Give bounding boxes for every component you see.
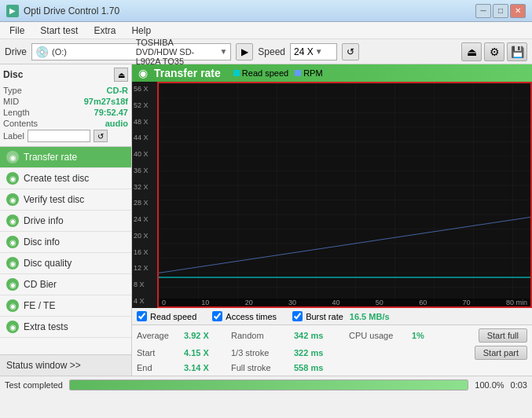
nav-item-disc-quality[interactable]: ◉ Disc quality xyxy=(0,253,131,274)
start-buttons: Start full xyxy=(479,328,527,343)
disc-label-label: Label xyxy=(3,131,24,141)
drive-select[interactable]: 💿 (O:) TOSHIBA DVD/HDW SD-L902A TO35 ▼ xyxy=(31,43,231,60)
y-label-48: 48 X xyxy=(134,118,156,126)
disc-eject-button[interactable]: ⏏ xyxy=(114,68,128,82)
read-speed-checkbox[interactable] xyxy=(137,311,147,321)
nav-item-drive-info[interactable]: ◉ Drive info xyxy=(0,211,131,232)
cpu-label: CPU usage xyxy=(349,331,412,340)
svg-rect-0 xyxy=(159,83,530,306)
burst-rate-checkbox[interactable] xyxy=(292,311,303,321)
chart-svg xyxy=(159,83,530,306)
disc-section: Disc ⏏ Type CD-R MID 97m27s18f Length 79… xyxy=(0,64,131,147)
access-times-checkbox-item[interactable]: Access times xyxy=(212,311,277,321)
nav-create-test-disc-label: Create test disc xyxy=(24,173,89,184)
drive-info-icon: ◉ xyxy=(6,214,19,227)
y-label-24: 24 X xyxy=(134,215,156,223)
verify-test-disc-icon: ◉ xyxy=(6,193,19,206)
drive-name: TOSHIBA DVD/HDW SD-L902A TO35 xyxy=(136,38,217,66)
y-label-16: 16 X xyxy=(134,248,156,256)
legend-read-speed: Read speed xyxy=(233,68,288,78)
toolbar-buttons: ⏏ ⚙ 💾 xyxy=(461,42,527,61)
cd-bier-icon: ◉ xyxy=(6,278,19,291)
disc-label-row: Label ↺ xyxy=(3,129,128,143)
access-times-checkbox[interactable] xyxy=(212,311,222,321)
y-label-20: 20 X xyxy=(134,232,156,240)
start-part-button[interactable]: Start part xyxy=(475,346,527,360)
nav-item-disc-info[interactable]: ◉ Disc info xyxy=(0,232,131,253)
status-window-button[interactable]: Status window >> xyxy=(0,354,131,376)
drive-disc-icon: 💿 xyxy=(35,46,49,58)
drive-letter: (O:) xyxy=(52,47,133,57)
read-speed-checkbox-item[interactable]: Read speed xyxy=(137,311,196,321)
nav-item-cd-bier[interactable]: ◉ CD Bier xyxy=(0,274,131,295)
x-label-80: 80 min xyxy=(506,299,527,306)
chart-header: ◉ Transfer rate Read speed RPM xyxy=(132,64,532,82)
nav-item-fe-te[interactable]: ◉ FE / TE xyxy=(0,295,131,317)
stats-row-1: Average 3.92 X Random 342 ms CPU usage 1… xyxy=(137,327,527,344)
stroke-1-3-value: 322 ms xyxy=(294,348,349,358)
menu-bar: File Start test Extra Help xyxy=(0,22,532,39)
create-test-disc-icon: ◉ xyxy=(6,172,19,185)
disc-info-icon: ◉ xyxy=(6,236,19,248)
status-text: Test completed xyxy=(5,380,63,390)
close-button[interactable]: ✕ xyxy=(510,4,526,18)
chart-title: Transfer rate xyxy=(154,67,221,79)
stats-row-3: End 3.14 X Full stroke 558 ms xyxy=(137,361,527,374)
menu-extra[interactable]: Extra xyxy=(87,24,122,38)
start-full-button[interactable]: Start full xyxy=(479,328,527,343)
y-label-12: 12 X xyxy=(134,264,156,272)
legend-read-speed-label: Read speed xyxy=(242,68,288,78)
settings-button[interactable]: ⚙ xyxy=(484,42,504,61)
status-bar: Test completed 100.0% 0:03 xyxy=(0,376,532,393)
app-title: Opti Drive Control 1.70 xyxy=(24,6,119,16)
x-label-50: 50 xyxy=(376,299,383,306)
y-label-8: 8 X xyxy=(134,280,156,288)
disc-quality-icon: ◉ xyxy=(6,257,19,270)
start-label: Start xyxy=(137,348,184,358)
y-label-52: 52 X xyxy=(134,101,156,109)
disc-label-refresh-button[interactable]: ↺ xyxy=(94,130,108,142)
disc-length-label: Length xyxy=(3,108,30,117)
menu-file[interactable]: File xyxy=(3,24,31,38)
nav-drive-info-label: Drive info xyxy=(24,215,64,226)
save-button[interactable]: 💾 xyxy=(507,42,527,61)
minimize-button[interactable]: ─ xyxy=(475,4,491,18)
extra-tests-icon: ◉ xyxy=(6,321,19,333)
speed-apply-button[interactable]: ↺ xyxy=(342,43,359,60)
disc-length-value: 79:52.47 xyxy=(94,108,128,117)
burst-rate-checkbox-item[interactable]: Burst rate 16.5 MB/s xyxy=(292,311,389,321)
access-times-checkbox-label: Access times xyxy=(226,312,277,321)
disc-type-label: Type xyxy=(3,86,22,95)
nav-item-transfer-rate[interactable]: ◉ Transfer rate xyxy=(0,147,131,168)
stats-area: Average 3.92 X Random 342 ms CPU usage 1… xyxy=(132,325,532,376)
nav-item-verify-test-disc[interactable]: ◉ Verify test disc xyxy=(0,189,131,211)
full-stroke-label: Full stroke xyxy=(231,363,294,372)
disc-contents-row: Contents audio xyxy=(3,118,128,129)
maximize-button[interactable]: □ xyxy=(493,4,508,18)
disc-label-input[interactable] xyxy=(28,130,90,142)
eject-button[interactable]: ⏏ xyxy=(461,42,482,61)
x-label-30: 30 xyxy=(288,299,296,306)
y-label-28: 28 X xyxy=(134,199,156,207)
menu-start-test[interactable]: Start test xyxy=(34,24,84,38)
read-speed-checkbox-label: Read speed xyxy=(150,312,196,321)
progress-bar xyxy=(69,380,468,390)
chart-area: ◉ Transfer rate Read speed RPM 56 X 52 X… xyxy=(132,64,532,376)
y-label-44: 44 X xyxy=(134,134,156,141)
rpm-color xyxy=(295,70,301,76)
nav-item-create-test-disc[interactable]: ◉ Create test disc xyxy=(0,168,131,189)
disc-length-row: Length 79:52.47 xyxy=(3,107,128,118)
nav-fe-te-label: FE / TE xyxy=(24,300,55,311)
start-part-buttons: Start part xyxy=(475,346,527,360)
menu-help[interactable]: Help xyxy=(125,24,157,38)
nav-verify-test-disc-label: Verify test disc xyxy=(24,194,84,205)
nav-section: ◉ Transfer rate ◉ Create test disc ◉ Ver… xyxy=(0,147,131,338)
progress-bar-fill xyxy=(70,380,468,390)
end-value: 3.14 X xyxy=(184,363,231,372)
checkboxes-row: Read speed Access times Burst rate 16.5 … xyxy=(132,308,532,325)
speed-select[interactable]: 24 X ▼ xyxy=(290,43,337,60)
drive-dropdown-arrow: ▼ xyxy=(219,47,227,56)
fe-te-icon: ◉ xyxy=(6,299,19,312)
nav-item-extra-tests[interactable]: ◉ Extra tests xyxy=(0,317,131,338)
drive-refresh-button[interactable]: ▶ xyxy=(236,43,253,60)
